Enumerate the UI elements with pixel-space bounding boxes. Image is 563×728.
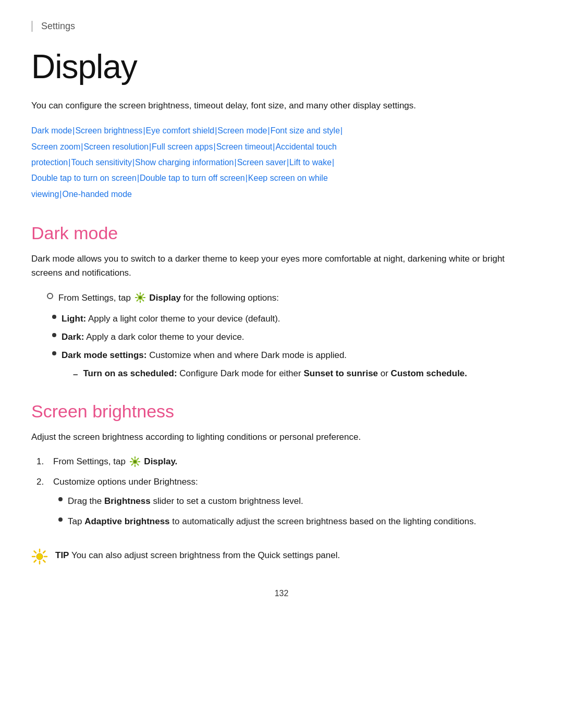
page-number: 132 [31,589,532,598]
nav-link-one-handed[interactable]: One-handed mode [63,190,132,199]
svg-point-10 [139,296,142,299]
nav-link-lift-to-wake[interactable]: Lift to wake [289,158,332,167]
dark-mode-description: Dark mode allows you to switch to a dark… [31,252,532,280]
brightness-step-2: 2. Customize options under Brightness: D… [36,475,532,533]
bullet-icon [58,497,63,501]
svg-line-27 [34,551,36,553]
nav-link-viewing[interactable]: viewing [31,190,59,199]
svg-line-28 [43,560,45,562]
dark-mode-option-settings: Dark mode settings: Customize when and w… [52,348,532,363]
svg-line-6 [142,300,143,301]
svg-line-19 [131,464,132,465]
settings-gear-icon-2 [129,456,141,467]
page-container: Settings Display You can configure the s… [0,0,563,728]
dark-mode-from-settings: From Settings, tap [47,291,532,306]
dark-mode-title: Dark mode [31,223,532,243]
settings-gear-icon [134,292,146,303]
dark-mode-sub-sub-list: – Turn on as scheduled: Configure Dark m… [68,366,532,382]
brightness-step-1: 1. From Settings, tap [36,454,532,470]
nav-link-screen-zoom[interactable]: Screen zoom [31,142,80,151]
dark-mode-from-settings-text: From Settings, tap [58,291,279,306]
nav-link-screen-saver[interactable]: Screen saver [237,158,286,167]
svg-point-22 [36,553,43,560]
page-title: Display [31,47,532,86]
dark-mode-display-label: Display [149,293,180,303]
bullet-dot-icon [52,315,56,319]
tip-icon [31,548,48,565]
brightness-bullet-2: Tap Adaptive brightness to automatically… [58,514,476,529]
nav-link-eye-comfort[interactable]: Eye comfort shield [146,126,215,135]
circle-bullet-icon [47,293,53,299]
nav-link-full-screen[interactable]: Full screen apps [152,142,213,151]
dark-mode-options-list: Light: Apply a light color theme to your… [52,312,532,382]
nav-link-charging-info[interactable]: Show charging information [135,158,234,167]
nav-links: Dark mode|Screen brightness|Eye comfort … [31,123,532,202]
dark-mode-option-dark: Dark: Apply a dark color theme to your d… [52,330,532,345]
bullet-dot-icon [52,333,56,337]
svg-point-21 [133,460,137,463]
screen-brightness-section: Screen brightness Adjust the screen brig… [31,401,532,568]
dark-mode-option-light: Light: Apply a light color theme to your… [52,312,532,327]
nav-link-protection[interactable]: protection [31,158,68,167]
bullet-dot-icon [52,351,56,355]
nav-link-double-tap-on[interactable]: Double tap to turn on screen [31,174,137,182]
svg-line-29 [43,551,45,553]
nav-link-screen-mode[interactable]: Screen mode [217,126,267,135]
nav-link-touch-sensitivity[interactable]: Touch sensitivity [71,158,132,167]
nav-link-screen-resolution[interactable]: Screen resolution [83,142,149,151]
nav-link-keep-screen-on[interactable]: Keep screen on while [248,174,328,182]
screen-brightness-title: Screen brightness [31,401,532,422]
brightness-bullets: Drag the Brightness slider to set a cust… [58,494,476,529]
svg-line-18 [137,458,138,459]
tip-box: TIP You can also adjust screen brightnes… [31,545,532,568]
svg-line-5 [137,294,138,295]
settings-header-label: Settings [41,21,75,31]
step-number-1: 1. [36,454,49,470]
intro-text: You can configure the screen brightness,… [31,98,532,113]
screen-brightness-description: Adjust the screen brightness according t… [31,430,532,444]
svg-line-7 [142,294,143,295]
svg-line-30 [34,560,36,562]
dark-mode-scheduled: – Turn on as scheduled: Configure Dark m… [68,366,532,382]
dash-marker: – [73,367,78,382]
dark-mode-section: Dark mode Dark mode allows you to switch… [31,223,532,382]
brightness-bullet-1: Drag the Brightness slider to set a cust… [58,494,476,509]
svg-line-16 [131,458,132,459]
tip-content: You can also adjust screen brightness fr… [71,550,340,560]
settings-header: Settings [31,21,532,32]
nav-link-accidental-touch[interactable]: Accidental touch [275,142,336,151]
nav-link-screen-brightness[interactable]: Screen brightness [75,126,142,135]
nav-link-screen-timeout[interactable]: Screen timeout [216,142,273,151]
bullet-icon [58,517,63,522]
tip-text: TIP You can also adjust screen brightnes… [55,548,340,562]
svg-line-8 [137,300,138,301]
tip-label: TIP [55,550,69,560]
nav-link-font-size[interactable]: Font size and style [271,126,340,135]
nav-link-double-tap-off[interactable]: Double tap to turn off screen [140,174,245,182]
step-number-2: 2. [36,475,49,490]
svg-line-17 [137,464,138,465]
nav-link-dark-mode[interactable]: Dark mode [31,126,72,135]
brightness-steps: 1. From Settings, tap [36,454,532,533]
